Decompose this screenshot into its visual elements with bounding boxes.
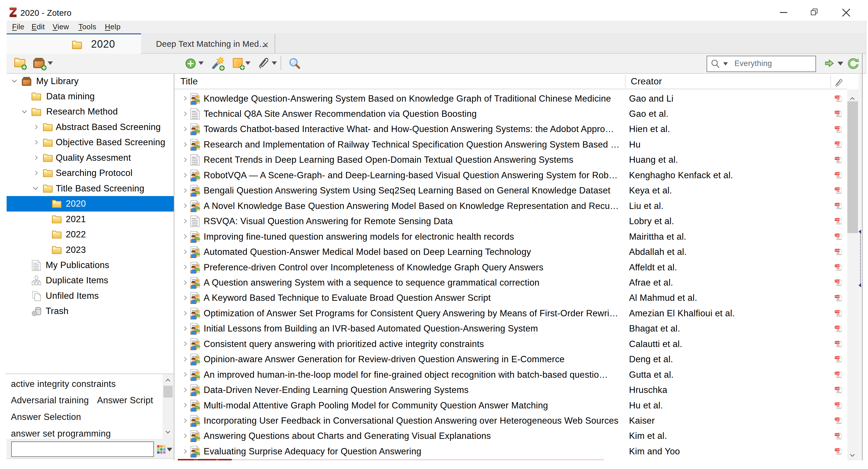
svg-text:PDF: PDF [836,357,840,359]
svg-text:PDF: PDF [836,203,840,206]
svg-text:PDF: PDF [836,96,840,98]
svg-text:PDF: PDF [836,219,840,221]
svg-text:PDF: PDF [836,249,840,252]
svg-text:PDF: PDF [836,433,840,436]
svg-text:PDF: PDF [836,326,840,329]
svg-text:PDF: PDF [836,372,840,375]
svg-text:PDF: PDF [836,418,840,421]
svg-text:PDF: PDF [836,111,840,114]
svg-text:PDF: PDF [836,188,840,190]
svg-text:PDF: PDF [836,280,840,282]
svg-text:PDF: PDF [836,295,840,298]
svg-text:PDF: PDF [836,387,840,390]
svg-text:PDF: PDF [836,157,840,160]
svg-text:PDF: PDF [836,142,840,144]
svg-text:PDF: PDF [836,341,840,344]
svg-text:PDF: PDF [836,234,840,236]
svg-text:PDF: PDF [836,448,840,451]
svg-text:PDF: PDF [836,310,840,313]
svg-text:PDF: PDF [836,127,840,129]
svg-text:PDF: PDF [836,403,840,405]
svg-text:PDF: PDF [836,265,840,267]
svg-text:PDF: PDF [836,172,840,175]
